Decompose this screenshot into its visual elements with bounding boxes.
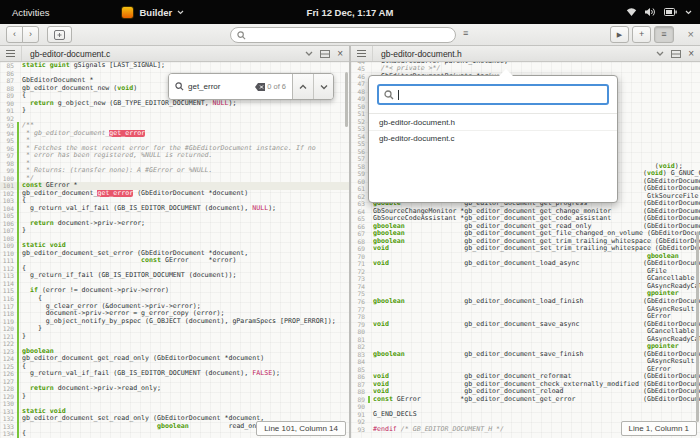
code-line[interactable]: 129} — [0, 393, 349, 401]
code-line[interactable]: 45 /*< private >*/ — [351, 65, 700, 73]
code-line[interactable]: 119 g_object_notify_by_pspec (G_OBJECT (… — [0, 318, 349, 326]
run-button[interactable]: ▶ — [610, 26, 629, 43]
new-tab-button[interactable]: + — [632, 26, 651, 43]
code-line[interactable]: 91} — [0, 107, 349, 115]
clock[interactable]: Fri 12 Dec, 1:17 AM — [0, 7, 700, 18]
code-line[interactable]: 90 — [351, 403, 700, 411]
tab-chevron-down-icon[interactable] — [305, 51, 313, 57]
code-line[interactable]: 83gboolean gb_editor_document_save_finis… — [351, 351, 700, 359]
code-line[interactable]: 89const GError *gb_editor_document_get_e… — [351, 396, 700, 404]
code-line[interactable]: 109static void — [0, 242, 349, 250]
code-line[interactable]: 104 g_return_val_if_fail (GB_IS_EDITOR_D… — [0, 205, 349, 213]
code-line[interactable]: 69void gb_editor_document_set_trim_trail… — [351, 245, 700, 253]
code-editor-left[interactable]: 85static guint gSignals [LAST_SIGNAL];86… — [0, 62, 349, 438]
code-line[interactable]: 77 GAsyncResult *result, — [351, 306, 700, 314]
code-line[interactable]: 107} — [0, 227, 349, 235]
scrollbar-right[interactable] — [696, 232, 699, 422]
code-line[interactable]: 92 — [0, 115, 349, 123]
code-line[interactable]: 91G_END_DECLS — [351, 411, 700, 419]
code-line[interactable]: 64GbSourceChangeMonitor *gb_editor_docum… — [351, 208, 700, 216]
close-tab-icon[interactable]: × — [337, 49, 343, 59]
code-line[interactable]: 106 return document->priv->error; — [0, 220, 349, 228]
code-line[interactable]: 68gboolean gb_editor_document_get_trim_t… — [351, 238, 700, 246]
code-line[interactable]: 90 return g_object_new (GB_TYPE_EDITOR_D… — [0, 100, 349, 108]
system-tray[interactable] — [626, 0, 692, 24]
code-line[interactable]: 96 * Fetches the most recent error for t… — [0, 145, 349, 153]
code-line[interactable]: 72 GFile *file, — [351, 268, 700, 276]
code-line[interactable]: 101const GError * — [0, 182, 349, 190]
scrollbar-left[interactable] — [345, 72, 348, 127]
code-line[interactable]: 66gboolean gb_editor_document_get_read_o… — [351, 223, 700, 231]
code-line[interactable]: 81 GAsyncReadyCallback callback, — [351, 336, 700, 344]
code-line[interactable]: 123gboolean — [0, 348, 349, 356]
search-options-menu-button[interactable]: ≡ — [463, 29, 468, 38]
code-line[interactable]: 82 gpointer user_data); — [351, 343, 700, 351]
code-line[interactable]: 94 * gb_editor_document_get_error — [0, 130, 349, 138]
document-search-entry[interactable] — [377, 84, 609, 105]
code-line[interactable]: 121} — [0, 333, 349, 341]
global-search-input[interactable] — [250, 30, 449, 41]
global-search-entry[interactable] — [230, 27, 456, 43]
code-line[interactable]: 76gboolean gb_editor_document_load_finis… — [351, 298, 700, 306]
code-line[interactable]: 117 g_clear_error (&document->priv->erro… — [0, 303, 349, 311]
find-previous-button[interactable] — [293, 74, 313, 99]
code-line[interactable]: 111 const GError *error) — [0, 257, 349, 265]
new-document-button[interactable] — [47, 26, 72, 43]
code-line[interactable]: 75 gpointer user_data); — [351, 290, 700, 298]
code-line[interactable]: 79void gb_editor_document_save_async (Gb… — [351, 321, 700, 329]
code-line[interactable]: 105 — [0, 212, 349, 220]
code-line[interactable]: 67gboolean gb_editor_document_get_file_c… — [351, 230, 700, 238]
code-line[interactable]: 112{ — [0, 265, 349, 273]
code-line[interactable]: 127 — [0, 378, 349, 386]
code-line[interactable]: 125{ — [0, 363, 349, 371]
code-line[interactable]: 118 document->priv->error = g_error_copy… — [0, 310, 349, 318]
code-line[interactable]: 73 GCancellable *cancellable, — [351, 275, 700, 283]
code-line[interactable]: 84 GAsyncResult *result, — [351, 358, 700, 366]
gear-menu-button[interactable]: ≡ — [654, 26, 673, 43]
code-line[interactable]: 120 } — [0, 325, 349, 333]
code-line[interactable]: 85 GError **error); — [351, 366, 700, 374]
code-line[interactable]: 103{ — [0, 197, 349, 205]
code-line[interactable]: 97 * error has been registered, %NULL is… — [0, 152, 349, 160]
code-line[interactable]: 98 * — [0, 160, 349, 168]
split-view-icon[interactable] — [671, 50, 681, 58]
activities-button[interactable]: Activities — [0, 7, 61, 18]
code-line[interactable]: 80 GCancellable *cancellable, — [351, 328, 700, 336]
code-line[interactable]: 122 — [0, 340, 349, 348]
code-line[interactable]: 102gb_editor_document_get_error (GbEdito… — [0, 190, 349, 198]
code-line[interactable]: 100 */ — [0, 175, 349, 183]
code-line[interactable]: 85static guint gSignals [LAST_SIGNAL]; — [0, 62, 349, 70]
code-line[interactable]: 93/** — [0, 122, 349, 130]
list-item[interactable]: gb-editor-document.c — [369, 130, 617, 146]
code-line[interactable]: 70 gboolean trim_trailing_whitespace); — [351, 253, 700, 261]
code-line[interactable]: 78 GError **error); — [351, 313, 700, 321]
code-line[interactable]: 110gb_editor_document_set_error (GbEdito… — [0, 250, 349, 258]
code-line[interactable]: 124gb_editor_document_get_read_only (GbE… — [0, 355, 349, 363]
list-item[interactable]: gb-editor-document.h — [369, 114, 617, 130]
find-entry[interactable]: get_error 0 of 6 — [169, 74, 293, 99]
code-line[interactable]: 130 — [0, 400, 349, 408]
code-line[interactable]: 126 g_return_val_if_fail (GB_IS_EDITOR_D… — [0, 370, 349, 378]
code-line[interactable]: 114 — [0, 280, 349, 288]
code-line[interactable]: 71void gb_editor_document_load_async (Gb… — [351, 260, 700, 268]
tab-title-left[interactable]: gb-editor-document.c — [22, 49, 299, 59]
code-line[interactable]: 116 { — [0, 295, 349, 303]
document-menu-button-left[interactable] — [0, 46, 22, 61]
code-line[interactable]: 88void gb_editor_document_reload (GbEdit… — [351, 388, 700, 396]
app-menu[interactable]: Builder — [121, 6, 184, 19]
code-line[interactable]: 108 — [0, 235, 349, 243]
close-tab-icon[interactable]: × — [688, 49, 694, 59]
code-line[interactable]: 65GbSourceCodeAssistant *gb_editor_docum… — [351, 215, 700, 223]
code-line[interactable]: 87void gb_editor_document_check_external… — [351, 381, 700, 389]
document-menu-button-right[interactable] — [351, 46, 373, 61]
code-line[interactable]: 99 * Returns: (transfer none): A #GError… — [0, 167, 349, 175]
code-line[interactable]: 86void gb_editor_document_reformat (GbEd… — [351, 373, 700, 381]
code-line[interactable]: 74 GAsyncReadyCallback callback, — [351, 283, 700, 291]
tab-chevron-down-icon[interactable] — [656, 51, 664, 57]
clear-search-icon[interactable] — [255, 83, 265, 91]
split-view-icon[interactable] — [320, 50, 330, 58]
window-close-button[interactable]: × — [688, 29, 694, 40]
tab-title-right[interactable]: gb-editor-document.h — [373, 49, 650, 59]
code-line[interactable]: 115 if (error != document->priv->error) — [0, 287, 349, 295]
code-line[interactable]: 113 g_return_if_fail (GB_IS_EDITOR_DOCUM… — [0, 272, 349, 280]
